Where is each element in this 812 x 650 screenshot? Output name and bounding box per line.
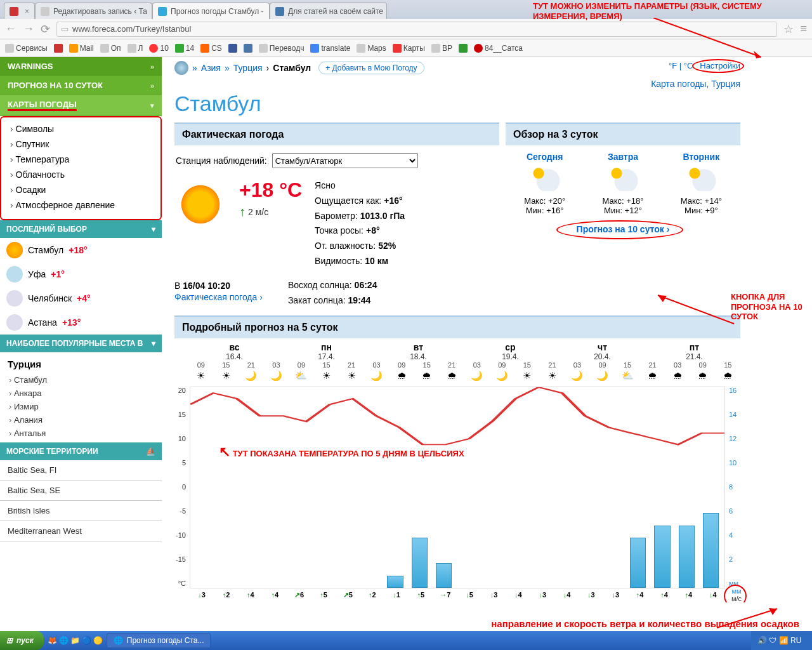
bookmark[interactable]: Переводч <box>259 44 304 53</box>
settings-link[interactable]: Настройки <box>700 61 740 70</box>
popular-item[interactable]: Анталья <box>0 427 162 440</box>
sea-item[interactable]: Baltic Sea, SE <box>0 481 162 501</box>
bookmark[interactable]: Mail <box>69 44 94 53</box>
bookmark[interactable] <box>54 44 63 53</box>
page-title: Стамбул <box>174 91 740 116</box>
sub-satellite[interactable]: Спутник <box>1 136 160 152</box>
globe-icon <box>174 61 188 75</box>
breadcrumb: »Азия »Турция ›Стамбул + Добавить в Мою … <box>174 61 740 75</box>
bookmark[interactable]: Сервисы <box>5 44 48 53</box>
nav-weather-maps[interactable]: КАРТЫ ПОГОДЫ▾ <box>0 95 162 116</box>
favicon <box>10 7 18 16</box>
crumb-city: Стамбул <box>273 63 311 73</box>
tab-3[interactable]: Прогноз погоды Стамбул -× <box>152 3 270 19</box>
sea-item[interactable]: Mediterranean West <box>0 521 162 541</box>
popular-list: Турция Стамбул Анкара Измир Алания Антал… <box>0 352 162 442</box>
crumb-asia[interactable]: Азия <box>201 63 221 73</box>
tab-4[interactable]: Для статей на своём сайте× <box>270 3 387 19</box>
current-temp: +18 °C <box>239 178 302 202</box>
actual-weather-panel: Фактическая погода Станция наблюдений: С… <box>174 123 499 308</box>
bookmark[interactable]: 10 <box>149 44 168 53</box>
bookmark[interactable]: 14 <box>175 44 194 53</box>
recent-item[interactable]: Челябинск+4° <box>0 286 162 310</box>
nav-ten-day[interactable]: ПРОГНОЗ НА 10 СУТОК» <box>0 76 162 95</box>
bookmark[interactable] <box>244 44 252 53</box>
reload-button[interactable]: ⟳ <box>41 22 50 36</box>
day-tuesday[interactable]: ВторникМакс: +14°Мин: +9° <box>681 152 722 215</box>
add-my-weather[interactable]: + Добавить в Мою Погоду <box>318 62 424 74</box>
star-button[interactable]: ☆ <box>783 22 794 36</box>
popular-item[interactable]: Стамбул <box>0 373 162 387</box>
wind-row: ↓3↑2↑4↑4↗6↑5↗5↑2↓1↑5→7↓5↓3↓4↓3↓4↓3↓3↑4↑4… <box>190 591 725 602</box>
unit-settings: °F | °C Настройки <box>669 61 740 70</box>
nav-submenu: Символы Спутник Температура Облачность О… <box>0 116 162 220</box>
bookmark[interactable] <box>459 44 468 53</box>
bookmark[interactable]: 84__Сатса <box>474 44 523 53</box>
weather-map-link[interactable]: Карта погоды, Турция <box>651 79 740 89</box>
sea-item[interactable]: British Isles <box>0 501 162 521</box>
favicon <box>41 7 49 16</box>
recent-item[interactable]: Стамбул+18° <box>0 238 162 262</box>
popular-item[interactable]: Анкара <box>0 387 162 400</box>
actual-weather-link[interactable]: Фактическая погода › <box>174 292 263 302</box>
unit-labels: ммм/с <box>731 587 742 602</box>
bookmark[interactable]: Maps <box>357 44 386 53</box>
sea-header: МОРСКИЕ ТЕРРИТОРИИ⛵ <box>0 442 162 460</box>
menu-button[interactable]: ≡ <box>800 22 807 36</box>
panel-header: Фактическая погода <box>174 123 499 145</box>
popular-country: Турция <box>0 355 162 373</box>
address-bar[interactable]: ▭www.foreca.com/Turkey/Istanbul <box>56 22 777 37</box>
y-axis-temp: 20151050-5-10-15°C <box>174 387 188 590</box>
forecast-chart: 20151050-5-10-15°C 161412108642мм ↓3↑2↑4… <box>174 387 740 602</box>
celsius-label: °C <box>684 61 693 70</box>
day-today[interactable]: СегодняМакс: +20°Мин: +16° <box>524 152 565 215</box>
bookmark[interactable]: CS <box>200 44 222 53</box>
panel-header: Обзор на 3 суток <box>506 123 740 145</box>
ten-day-forecast-link[interactable]: Прогноз на 10 суток › <box>577 224 670 234</box>
sub-pressure[interactable]: Атмосферное давление <box>1 197 160 213</box>
recent-item[interactable]: Астана+13° <box>0 310 162 335</box>
forward-button[interactable]: → <box>23 22 34 36</box>
sub-precip[interactable]: Осадки <box>1 182 160 197</box>
popular-item[interactable]: Алания <box>0 413 162 427</box>
popular-item[interactable]: Измир <box>0 400 162 413</box>
current-wind: ↑2 м/с <box>239 204 302 219</box>
y-axis-precip: 161412108642мм <box>726 387 740 590</box>
popular-header: НАИБОЛЕЕ ПОПУЛЯРНЫЕ МЕСТА В▾ <box>0 335 162 352</box>
bookmark[interactable]: Оп <box>100 44 121 53</box>
nav-warnings[interactable]: WARNINGS» <box>0 57 162 76</box>
bookmark[interactable] <box>228 44 237 53</box>
five-day-panel: Подробный прогноз на 5 суток вс16.4.пн17… <box>174 315 740 602</box>
tab-1[interactable]: × <box>4 3 35 19</box>
annotation-tenday: КНОПКА ДЛЯ ПРОГНОЗА НА 10 СУТОК <box>731 292 812 322</box>
recent-item[interactable]: Уфа+1° <box>0 262 162 286</box>
recent-header: ПОСЛЕДНИЙ ВЫБОР▾ <box>0 220 162 238</box>
bookmark[interactable]: Л <box>128 44 143 53</box>
tab-2[interactable]: Редактировать запись ‹ Та× <box>35 3 152 19</box>
sidebar: WARNINGS» ПРОГНОЗ НА 10 СУТОК» КАРТЫ ПОГ… <box>0 57 162 602</box>
sub-temperature[interactable]: Температура <box>1 152 160 167</box>
timestamp: В 16/04 10:20 <box>174 281 263 291</box>
weather-details: Ясно Ощущается как: +16° Барометр: 1013.… <box>315 178 405 269</box>
sub-clouds[interactable]: Облачность <box>1 167 160 182</box>
wind-arrow-icon: ↑ <box>239 204 246 219</box>
bookmark[interactable]: BP <box>431 44 452 53</box>
condition: Ясно <box>315 178 405 194</box>
back-button[interactable]: ← <box>5 22 16 36</box>
fahrenheit-link[interactable]: °F <box>669 61 677 70</box>
tab-label: Прогноз погоды Стамбул - <box>171 7 264 16</box>
weather-icon <box>529 166 561 191</box>
favicon <box>275 7 284 16</box>
station-select[interactable]: Стамбул/Ататюрк <box>272 153 418 168</box>
sea-item[interactable]: Baltic Sea, FI <box>0 460 162 481</box>
page-icon: ▭ <box>61 24 69 34</box>
bookmark[interactable]: Карты <box>393 44 425 53</box>
day-tomorrow[interactable]: ЗавтраМакс: +18°Мин: +12° <box>602 152 643 215</box>
three-day-panel: Обзор на 3 суток СегодняМакс: +20°Мин: +… <box>506 123 740 308</box>
sea-list: Baltic Sea, FI Baltic Sea, SE British Is… <box>0 460 162 541</box>
sub-symbols[interactable]: Символы <box>1 121 160 136</box>
crumb-turkey[interactable]: Турция <box>233 63 263 73</box>
tab-label: Для статей на своём сайте <box>288 7 383 16</box>
favicon <box>158 7 167 16</box>
bookmark[interactable]: translate <box>310 44 350 53</box>
